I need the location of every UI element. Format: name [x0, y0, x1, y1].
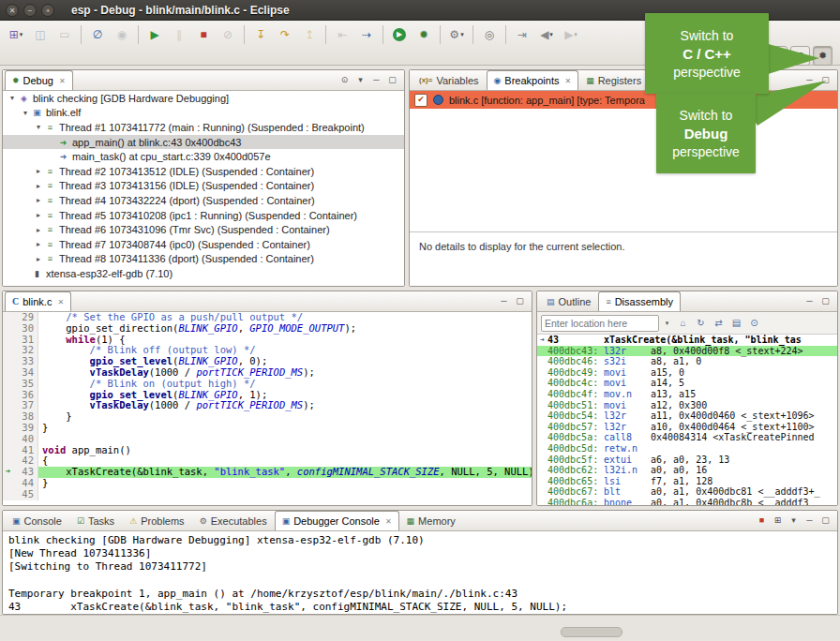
debug-tree-item[interactable]: ▸≡Thread #5 1073410208 (ipc1 : Running) …	[3, 208, 404, 223]
expander-collapsed-icon[interactable]: ▸	[33, 240, 44, 248]
home-icon[interactable]: ⌂	[675, 315, 691, 331]
track-expression-icon[interactable]: ⊙	[746, 315, 762, 331]
tab-debugger-console[interactable]: ▣Debugger Console✕	[275, 511, 399, 530]
editor-line[interactable]: 45	[3, 489, 532, 500]
tab-debug[interactable]: ✹Debug✕	[5, 70, 73, 90]
open-perspective-button[interactable]: ⊞	[768, 46, 788, 66]
minimize-icon[interactable]: ─	[497, 294, 511, 307]
instruction-stepping-button[interactable]: ⇢	[354, 23, 379, 46]
debug-tree-item[interactable]: ▸≡Thread #3 1073413156 (IDLE) (Suspended…	[3, 179, 404, 194]
disassembly-row[interactable]: 400dbc6a:bnonea0, a1, 0x400dbc8b <__addd…	[537, 498, 837, 505]
editor-line[interactable]: 39}	[3, 423, 532, 434]
new-button[interactable]: ⊞▾	[4, 23, 28, 46]
editor-body[interactable]: 29 /* Set the GPIO as a push/pull output…	[3, 312, 532, 505]
disassembly-source-row[interactable]: ➜43xTaskCreate(&blink_task, "blink_tas	[537, 335, 837, 346]
line-number[interactable]: 39	[13, 423, 38, 434]
skip-all-breakpoints-button[interactable]: ∅	[85, 23, 110, 46]
back-button[interactable]: ◀▾	[534, 23, 559, 46]
tab-memory[interactable]: ▦Memory	[399, 511, 463, 530]
external-tools-button[interactable]: ⚙▾	[444, 23, 469, 46]
debug-tree-item[interactable]: ➜main_task() at cpu_start.c:339 0x400d05…	[3, 149, 404, 164]
line-number[interactable]: 34	[13, 367, 38, 379]
tab-console[interactable]: ▣Console	[5, 511, 69, 530]
disassembly-row[interactable]: 400dbc65:lsif7, a1, 128	[537, 476, 837, 487]
expander-collapsed-icon[interactable]: ▸	[33, 255, 44, 263]
close-icon[interactable]: ✕	[385, 517, 392, 526]
disassembly-row[interactable]: 400dbc4f:mov.na13, a15	[537, 389, 837, 400]
tab-problems[interactable]: ⚠Problems	[122, 511, 192, 530]
editor-line[interactable]: ➜43 xTaskCreate(&blink_task, "blink_task…	[3, 467, 532, 478]
minimize-icon[interactable]: ─	[802, 294, 817, 307]
refresh-icon[interactable]: ↻	[693, 315, 709, 331]
location-input[interactable]	[541, 315, 659, 332]
window-close-button[interactable]: ✕	[6, 4, 19, 17]
minimize-icon[interactable]: ─	[802, 514, 817, 527]
save-button[interactable]: ◫	[28, 23, 52, 46]
terminate-icon[interactable]: ■	[755, 514, 769, 527]
debug-tree-item[interactable]: ▾▣blink.elf	[3, 106, 404, 121]
terminate-button[interactable]: ■	[191, 23, 216, 46]
tab-executables[interactable]: ⚙Executables	[192, 511, 275, 530]
view-menu-icon[interactable]: ▾	[787, 514, 801, 527]
close-icon[interactable]: ✕	[59, 77, 66, 85]
expander-collapsed-icon[interactable]: ▸	[33, 211, 44, 219]
debug-tree-item[interactable]: ▸≡Thread #7 1073408744 (ipc0) (Suspended…	[3, 237, 404, 252]
debug-tree-item[interactable]: ▾≡Thread #1 1073411772 (main : Running) …	[3, 120, 404, 135]
maximize-icon[interactable]: ▢	[513, 294, 527, 307]
disassembly-row[interactable]: 400dbc4c:movia14, 5	[537, 378, 837, 389]
line-number[interactable]: 44	[13, 478, 38, 489]
line-number[interactable]: 45	[13, 489, 38, 500]
minimize-icon[interactable]: ─	[802, 73, 817, 86]
tab-outline[interactable]: ▤Outline	[539, 291, 598, 311]
debug-tree-item[interactable]: ▸≡Thread #6 1073431096 (Tmr Svc) (Suspen…	[3, 222, 404, 237]
view-menu-icon[interactable]: ▾	[353, 73, 368, 86]
expander-expanded-icon[interactable]: ▾	[7, 94, 18, 102]
breakpoints-body[interactable]: ✔ blink.c [function: app_main] [type: Te…	[410, 91, 837, 286]
window-maximize-button[interactable]: +	[41, 4, 54, 17]
step-return-button[interactable]: ↥	[297, 23, 322, 46]
step-over-button[interactable]: ↷	[273, 23, 297, 46]
print-button[interactable]: ▭	[52, 23, 77, 46]
expander-collapsed-icon[interactable]: ▸	[33, 226, 44, 234]
debug-tree-body[interactable]: ▾◈blink checking [GDB Hardware Debugging…	[3, 91, 404, 286]
show-breakpoint-types-button[interactable]: ◉	[110, 23, 134, 46]
debug-tree-item[interactable]: ➜app_main() at blink.c:43 0x400dbc43	[3, 135, 404, 150]
debug-tree-item[interactable]: ▸≡Thread #8 1073411336 (dport) (Suspende…	[3, 252, 404, 267]
expander-collapsed-icon[interactable]: ▸	[33, 182, 44, 190]
debug-tree-item[interactable]: ▸≡Thread #2 1073413512 (IDLE) (Suspended…	[3, 164, 404, 179]
expander-expanded-icon[interactable]: ▾	[33, 123, 44, 131]
drop-to-frame-button[interactable]: ⇤	[330, 23, 354, 46]
horizontal-scrollbar[interactable]	[561, 627, 622, 637]
debug-tree-item[interactable]: ▸≡Thread #4 1073432224 (dport) (Suspende…	[3, 193, 404, 208]
disassembly-row[interactable]: 400dbc57:l32ra10, 0x400d0464 <_stext+110…	[537, 422, 837, 433]
breakpoint-row[interactable]: ✔ blink.c [function: app_main] [type: Te…	[410, 91, 837, 109]
debug-tree-item[interactable]: ▾◈blink checking [GDB Hardware Debugging…	[3, 91, 404, 106]
tab-blink-c[interactable]: Cblink.c✕	[5, 291, 71, 311]
line-number[interactable]: 40	[13, 434, 38, 445]
disassembly-row[interactable]: 400dbc49:movia15, 0	[537, 367, 837, 379]
tab-disassembly[interactable]: ≡Disassembly	[598, 291, 681, 311]
last-edit-location-button[interactable]: ⇥	[510, 23, 534, 46]
clear-console-icon[interactable]: ⊞	[771, 514, 785, 527]
expander-collapsed-icon[interactable]: ▸	[33, 167, 44, 175]
disassembly-row[interactable]: 400dbc43:l32ra8, 0x400d00f8 <_stext+224>	[537, 346, 837, 357]
disconnect-button[interactable]: ⊘	[216, 23, 240, 46]
tab-registers[interactable]: ▦Registers	[578, 70, 649, 90]
minimize-icon[interactable]: ─	[369, 73, 383, 86]
forward-button[interactable]: ▶▾	[559, 23, 583, 46]
close-icon[interactable]: ✕	[57, 298, 64, 306]
window-minimize-button[interactable]: −	[23, 4, 37, 17]
step-into-button[interactable]: ↧	[248, 23, 273, 46]
maximize-icon[interactable]: ▢	[385, 73, 399, 86]
debug-button[interactable]: ✹	[412, 23, 436, 46]
breakpoint-checkbox[interactable]: ✔	[414, 94, 428, 107]
disassembly-row[interactable]: 400dbc5d:retw.n	[537, 443, 837, 455]
debug-perspective-button[interactable]: ✹	[813, 46, 832, 66]
tab-tasks[interactable]: ☑Tasks	[69, 511, 122, 530]
disassembly-row[interactable]: 400dbc67:blta0, a1, 0x400dbc81 <__adddf3…	[537, 486, 837, 498]
show-source-icon[interactable]: ▤	[728, 315, 744, 331]
disassembly-row[interactable]: 400dbc62:l32i.na0, a0, 16	[537, 465, 837, 476]
maximize-icon[interactable]: ▢	[818, 73, 832, 86]
disassembly-row[interactable]: 400dbc54:l32ra11, 0x400d0460 <_stext+109…	[537, 410, 837, 422]
tab-variables[interactable]: (x)=Variables	[412, 70, 487, 90]
